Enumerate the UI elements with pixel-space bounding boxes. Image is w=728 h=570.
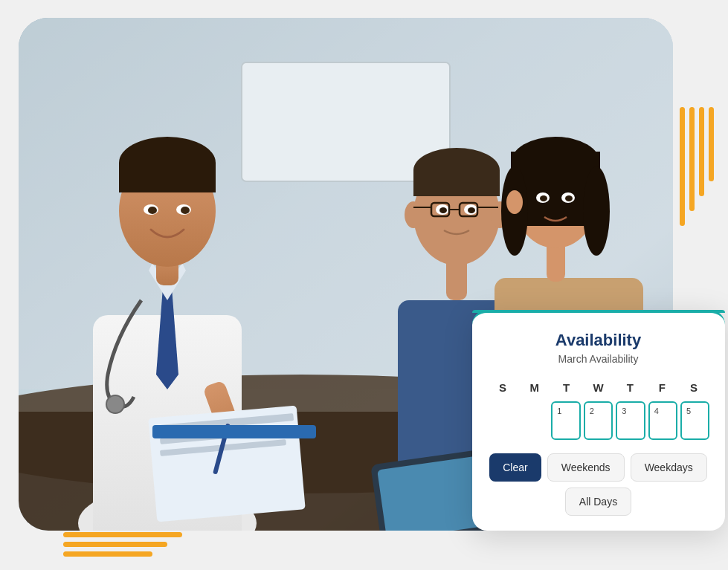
- card-teal-accent: [472, 310, 725, 313]
- deco-vertical-lines: [680, 107, 714, 226]
- day-label-m: M: [518, 378, 550, 397]
- clear-button[interactable]: Clear: [489, 453, 541, 482]
- action-buttons: Clear Weekends Weekdays All Days: [487, 453, 710, 516]
- deco-line-2: [63, 532, 182, 537]
- availability-card: Availability March Availability S M T W …: [472, 310, 725, 531]
- calendar-date-4[interactable]: 4: [648, 401, 677, 440]
- svg-point-17: [106, 395, 124, 413]
- day-label-t1: T: [550, 378, 582, 397]
- day-label-f: F: [646, 378, 678, 397]
- main-container: Availability March Availability S M T W …: [19, 18, 710, 553]
- deco-vline-2: [689, 107, 695, 211]
- card-title: Availability: [487, 331, 710, 350]
- empty-cell-2: [519, 401, 548, 440]
- calendar-day-headers: S M T W T F S: [487, 378, 710, 397]
- svg-point-47: [506, 190, 523, 214]
- svg-point-50: [540, 195, 547, 201]
- day-label-w: W: [582, 378, 614, 397]
- calendar-date-3[interactable]: 3: [616, 401, 645, 440]
- weekdays-button[interactable]: Weekdays: [631, 453, 707, 482]
- svg-rect-54: [152, 425, 316, 438]
- day-label-s1: S: [487, 378, 519, 397]
- deco-vline-3: [699, 107, 704, 196]
- day-label-t2: T: [614, 378, 646, 397]
- deco-vline-4: [709, 107, 714, 181]
- svg-point-34: [468, 207, 475, 213]
- deco-vline-1: [680, 107, 685, 226]
- svg-point-15: [148, 207, 157, 214]
- svg-point-29: [405, 201, 422, 228]
- svg-point-16: [181, 207, 190, 214]
- calendar-grid: 1 2 3 4 5: [487, 401, 710, 440]
- day-label-s2: S: [678, 378, 710, 397]
- deco-line-4: [63, 551, 152, 557]
- svg-point-46: [583, 166, 610, 256]
- calendar-date-2[interactable]: 2: [584, 401, 613, 440]
- weekends-button[interactable]: Weekends: [547, 453, 625, 482]
- empty-cell-1: [487, 401, 516, 440]
- calendar-date-1[interactable]: 1: [551, 401, 580, 440]
- svg-point-51: [565, 195, 573, 201]
- svg-rect-28: [413, 170, 500, 196]
- svg-rect-12: [119, 163, 216, 192]
- calendar-date-5[interactable]: 5: [680, 401, 709, 440]
- card-subtitle: March Availability: [487, 353, 710, 365]
- svg-point-33: [439, 207, 447, 213]
- deco-line-3: [63, 542, 167, 547]
- all-days-button[interactable]: All Days: [565, 488, 631, 516]
